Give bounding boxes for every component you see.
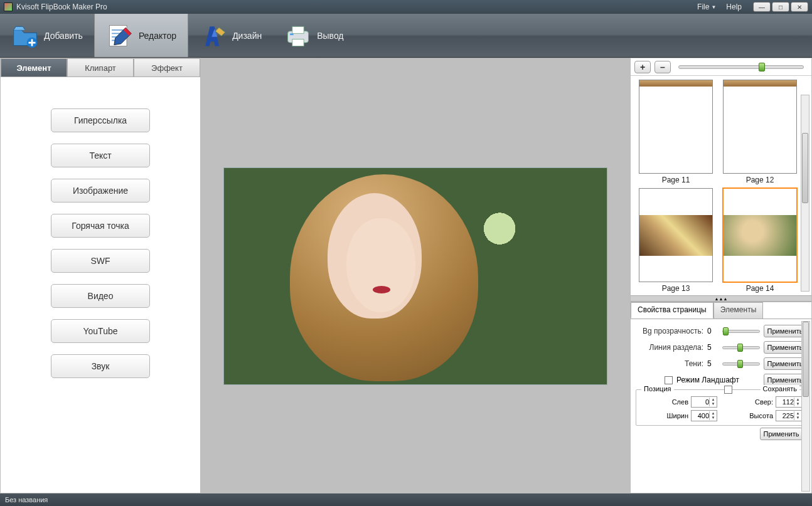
window-maximize-button[interactable]: □	[772, 2, 789, 12]
thumbnail-page-13[interactable]: Page 13	[637, 188, 715, 293]
svg-rect-3	[292, 26, 304, 33]
svg-rect-5	[290, 33, 294, 35]
left-tab-clipart[interactable]: Клипарт	[67, 58, 134, 77]
bg-opacity-apply-button[interactable]: Применить	[764, 325, 806, 337]
thumbnail-zoom-slider[interactable]	[678, 65, 804, 69]
add-youtube-button[interactable]: YouTube	[51, 319, 150, 343]
bg-opacity-slider[interactable]	[722, 330, 760, 333]
prop-tab-elements[interactable]: Элементы	[713, 302, 764, 319]
position-apply-button[interactable]: Применить	[760, 428, 803, 440]
split-line-value: 5	[707, 343, 719, 352]
thumbnail-page-14[interactable]: Page 14	[721, 188, 799, 293]
thumbnail-toolbar: + –	[631, 58, 811, 76]
preserve-checkbox[interactable]	[724, 386, 732, 394]
pos-height-input[interactable]: ▲▼	[776, 410, 802, 421]
bg-opacity-label: Bg прозрачность:	[636, 327, 703, 335]
add-hyperlink-button[interactable]: Гиперссылка	[51, 108, 150, 132]
shadow-apply-button[interactable]: Применить	[764, 357, 806, 370]
thumbnail-scrollbar[interactable]	[801, 95, 809, 292]
properties-scrollbar[interactable]	[801, 321, 810, 492]
thumbnail-page-11[interactable]: Page 11	[637, 80, 715, 184]
pos-width-input[interactable]: ▲▼	[691, 410, 717, 421]
menu-help[interactable]: Help	[721, 3, 747, 11]
pos-left-input[interactable]: ▲▼	[691, 396, 717, 408]
add-video-button[interactable]: Видео	[51, 284, 150, 308]
editor-icon	[106, 22, 134, 50]
left-tab-element[interactable]: Элемент	[1, 58, 67, 77]
right-panel: + – Page 11 Page 12 Page 13	[630, 58, 812, 493]
shadow-label: Тени:	[636, 359, 703, 368]
panel-splitter[interactable]: ▲▲▲	[631, 295, 811, 302]
toolbar-design[interactable]: Дизайн	[188, 14, 273, 57]
design-icon	[200, 22, 227, 50]
add-text-button[interactable]: Текст	[51, 144, 150, 167]
zoom-in-button[interactable]: +	[634, 61, 651, 73]
main-toolbar: Добавить Редактор Дизайн Вывод	[0, 14, 812, 58]
position-group: Позиция Сохранять Слев ▲▼ Свер: ▲▼ Ширин…	[636, 389, 806, 426]
editor-canvas-area	[201, 58, 630, 493]
watermark: Boomer	[771, 483, 797, 491]
landscape-label: Режим Ландшафт	[676, 376, 760, 384]
page-canvas[interactable]	[224, 168, 607, 384]
pos-top-input[interactable]: ▲▼	[776, 396, 802, 408]
document-title: Без названия	[5, 496, 48, 503]
folder-add-icon	[11, 22, 39, 50]
toolbar-editor[interactable]: Редактор	[94, 14, 188, 57]
zoom-out-button[interactable]: –	[654, 61, 671, 73]
printer-icon	[284, 22, 312, 50]
menu-file[interactable]: File▼	[692, 3, 721, 11]
status-bar: Без названия	[0, 493, 812, 506]
app-icon	[4, 3, 13, 11]
landscape-apply-button[interactable]: Применить	[764, 374, 806, 386]
toolbar-add[interactable]: Добавить	[0, 14, 94, 57]
left-tab-effect[interactable]: Эффект	[134, 58, 200, 77]
shadow-slider[interactable]	[722, 362, 760, 366]
prop-tab-page[interactable]: Свойства страницы	[631, 302, 713, 319]
add-swf-button[interactable]: SWF	[51, 249, 150, 273]
add-image-button[interactable]: Изображение	[51, 179, 150, 203]
title-bar: Kvisoft FlipBook Maker Pro File▼ Help — …	[0, 0, 812, 14]
left-panel: Элемент Клипарт Эффект Гиперссылка Текст…	[0, 58, 201, 493]
split-line-label: Линия раздела:	[636, 343, 703, 352]
thumbnail-list[interactable]: Page 11 Page 12 Page 13 Page 14	[631, 76, 811, 295]
window-minimize-button[interactable]: —	[753, 2, 771, 12]
window-close-button[interactable]: ✕	[791, 2, 808, 12]
svg-rect-4	[292, 39, 304, 46]
add-sound-button[interactable]: Звук	[51, 354, 150, 378]
thumbnail-page-12[interactable]: Page 12	[721, 80, 799, 184]
bg-opacity-value: 0	[707, 327, 719, 335]
app-title: Kvisoft FlipBook Maker Pro	[16, 3, 107, 11]
landscape-checkbox[interactable]	[665, 376, 673, 384]
shadow-value: 5	[707, 359, 719, 368]
split-line-slider[interactable]	[722, 346, 760, 349]
add-hotspot-button[interactable]: Горячая точка	[51, 214, 150, 238]
properties-panel: Свойства страницы Элементы Bg прозрачнос…	[631, 302, 811, 493]
split-line-apply-button[interactable]: Применить	[764, 341, 806, 354]
toolbar-output[interactable]: Вывод	[273, 14, 355, 57]
page-image-content	[252, 168, 478, 384]
chevron-down-icon: ▼	[711, 4, 716, 10]
